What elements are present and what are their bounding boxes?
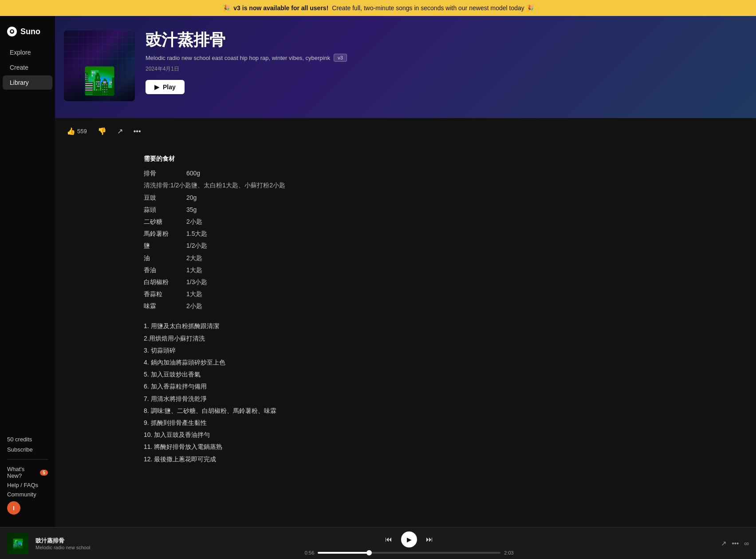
ingredient-amount: 20g (186, 192, 197, 203)
ingredient-row: 油2大匙 (144, 253, 738, 264)
ingredient-name: 白胡椒粉 (144, 277, 179, 288)
song-content: 需要的食材 排骨600g清洗排骨:1/2小匙鹽、太白粉1大匙、小蘇打粉2小匙豆豉… (55, 144, 756, 475)
ingredient-row: 香蒜粒1大匙 (144, 289, 738, 300)
total-time: 2:03 (504, 550, 520, 555)
step-item: 3. 切蒜頭碎 (144, 345, 738, 356)
play-icon: ▶ (154, 83, 159, 91)
song-actions: 👍 559 👎 ↗ ••• (55, 118, 756, 144)
step-item: 8. 調味:鹽、二砂糖、白胡椒粉、馬鈴薯粉、味霖 (144, 405, 738, 416)
progress-bar-container: 0:56 2:03 (298, 550, 520, 555)
player-song-title: 豉汁蒸排骨 (35, 537, 98, 545)
song-artwork (64, 30, 135, 101)
ingredient-note: 清洗排骨:1/2小匙鹽、太白粉1大匙、小蘇打粉2小匙 (144, 180, 285, 191)
ingredient-row: 味霖2小匙 (144, 301, 738, 312)
steps-list: 1. 用鹽及太白粉抓醃跟清潔2.用烘焙用小蘇打清洗3. 切蒜頭碎4. 鍋內加油將… (144, 321, 738, 464)
player-right-controls: ↗ ••• ∞ (721, 539, 749, 547)
more-button[interactable]: ••• (131, 126, 144, 137)
sidebar-nav: Explore Create Library (0, 45, 55, 431)
ingredient-name: 味霖 (144, 301, 179, 312)
bottom-player: 🌆 豉汁蒸排骨 Melodic radio new school ⏮ ▶ ⏭ 0… (0, 527, 756, 559)
ingredients-section: 需要的食材 排骨600g清洗排骨:1/2小匙鹽、太白粉1大匙、小蘇打粉2小匙豆豉… (144, 153, 738, 312)
like-button[interactable]: 👍 559 (64, 125, 90, 137)
step-item: 1. 用鹽及太白粉抓醃跟清潔 (144, 321, 738, 332)
step-item: 12. 最後撒上蔥花即可完成 (144, 454, 738, 465)
player-share-button[interactable]: ↗ (721, 539, 727, 547)
share-icon: ↗ (117, 127, 123, 135)
sidebar-item-library[interactable]: Library (3, 75, 52, 90)
player-share-icon: ↗ (721, 539, 727, 547)
ingredient-amount: 1大匙 (186, 289, 202, 300)
logo-text: Suno (20, 27, 40, 36)
play-pause-button[interactable]: ▶ (401, 531, 417, 547)
whats-new-badge: 5 (40, 470, 48, 476)
skip-back-button[interactable]: ⏮ (383, 534, 394, 545)
sidebar-item-create[interactable]: Create (3, 60, 52, 75)
progress-track[interactable] (318, 552, 500, 554)
ingredient-row: 馬鈴薯粉1.5大匙 (144, 228, 738, 239)
play-button[interactable]: ▶ Play (146, 80, 185, 94)
sidebar-item-explore[interactable]: Explore (3, 45, 52, 59)
ingredient-amount: 2大匙 (186, 253, 202, 264)
sidebar-bottom-links: What's New? 5 Help / FAQs Community (7, 466, 48, 498)
ingredient-row: 清洗排骨:1/2小匙鹽、太白粉1大匙、小蘇打粉2小匙 (144, 180, 738, 191)
step-item: 7. 用清水將排骨洗乾淨 (144, 393, 738, 404)
skip-forward-icon: ⏭ (426, 535, 433, 543)
more-icon: ••• (134, 127, 141, 135)
share-button[interactable]: ↗ (114, 125, 126, 137)
skip-forward-button[interactable]: ⏭ (424, 534, 435, 545)
ingredient-name: 蒜頭 (144, 204, 179, 215)
step-item: 11. 將醃好排骨放入電鍋蒸熟 (144, 441, 738, 452)
ingredient-amount: 1/3小匙 (186, 277, 207, 288)
user-avatar[interactable]: I (7, 501, 20, 515)
dislike-button[interactable]: 👎 (95, 125, 109, 137)
subscribe-button[interactable]: Subscribe (7, 446, 48, 453)
player-buttons: ⏮ ▶ ⏭ (383, 531, 435, 547)
progress-thumb (366, 550, 372, 555)
ingredient-name: 香油 (144, 265, 179, 276)
ingredients-title: 需要的食材 (144, 153, 738, 164)
sidebar-item-community[interactable]: Community (7, 491, 48, 498)
thumbs-up-icon: 👍 (67, 127, 75, 135)
ingredient-name: 香蒜粒 (144, 289, 179, 300)
ingredient-amount: 1/2小匙 (186, 240, 207, 251)
banner-description: Create full, two-minute songs in seconds… (332, 4, 533, 12)
song-artwork-image (64, 30, 135, 101)
ingredient-row: 二砂糖2小匙 (144, 216, 738, 227)
ingredient-amount: 2小匙 (186, 301, 202, 312)
sidebar-item-whats-new[interactable]: What's New? 5 (7, 466, 48, 479)
song-header: 豉汁蒸排骨 Melodic radio new school east coas… (55, 16, 756, 118)
step-item: 9. 抓醃到排骨產生黏性 (144, 417, 738, 428)
ingredients-list: 排骨600g清洗排骨:1/2小匙鹽、太白粉1大匙、小蘇打粉2小匙豆豉20g蒜頭3… (144, 168, 738, 312)
progress-fill (318, 552, 369, 554)
main-content: 豉汁蒸排骨 Melodic radio new school east coas… (55, 16, 756, 527)
song-title: 豉汁蒸排骨 (146, 30, 738, 49)
ingredient-name: 二砂糖 (144, 216, 179, 227)
svg-point-1 (11, 30, 13, 32)
ingredient-amount: 2小匙 (186, 216, 202, 227)
step-item: 10. 加入豆豉及香油拌勻 (144, 429, 738, 440)
player-more-icon: ••• (732, 539, 739, 547)
sidebar: Suno Explore Create Library 50 credits S… (0, 16, 55, 527)
ingredient-name: 馬鈴薯粉 (144, 228, 179, 239)
banner-bold-text: v3 is now available for all users! (233, 4, 328, 12)
sidebar-bottom: 50 credits Subscribe What's New? 5 Help … (0, 431, 55, 520)
thumbs-down-icon: 👎 (98, 127, 106, 135)
player-more-button[interactable]: ••• (732, 539, 739, 547)
song-tags-text: Melodic radio new school east coast hip … (146, 55, 330, 61)
ingredient-row: 白胡椒粉1/3小匙 (144, 277, 738, 288)
player-controls: ⏮ ▶ ⏭ 0:56 2:03 (105, 531, 714, 555)
version-badge: v3 (334, 54, 347, 62)
ingredient-name: 油 (144, 253, 179, 264)
ingredient-amount: 1大匙 (186, 265, 202, 276)
ingredient-amount: 1.5大匙 (186, 228, 207, 239)
step-item: 2.用烘焙用小蘇打清洗 (144, 333, 738, 344)
step-item: 4. 鍋內加油將蒜頭碎炒至上色 (144, 357, 738, 368)
like-count: 559 (77, 128, 87, 135)
sidebar-item-help-faqs[interactable]: Help / FAQs (7, 482, 48, 488)
sidebar-divider (7, 459, 48, 460)
logo[interactable]: Suno (0, 23, 55, 45)
suno-logo-icon (7, 27, 17, 36)
ingredient-name: 排骨 (144, 168, 179, 179)
ingredient-row: 香油1大匙 (144, 265, 738, 276)
player-loop-button[interactable]: ∞ (744, 539, 749, 547)
